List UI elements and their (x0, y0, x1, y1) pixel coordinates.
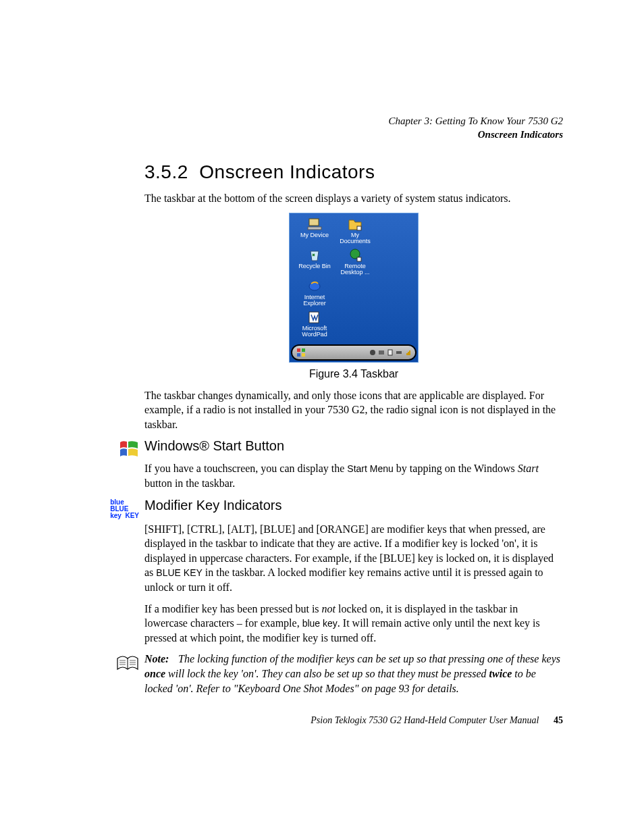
note-text: Note: The locking function of the modifi… (144, 652, 563, 696)
taskbar-oval (291, 344, 417, 361)
figure-caption: Figure 3.4 Taskbar (144, 368, 563, 380)
desktop-icon-ie: Internet Explorer (295, 278, 334, 308)
modifier-p1: [SHIFT], [CTRL], [ALT], [BLUE] and [ORAN… (144, 522, 563, 595)
windows-logo-icon (115, 438, 139, 459)
page-footer: Psion Teklogix 7530 G2 Hand-Held Compute… (311, 715, 563, 726)
book-icon (115, 652, 139, 696)
page-header: Chapter 3: Getting To Know Your 7530 G2 … (115, 115, 563, 141)
note-block: Note: The locking function of the modifi… (115, 652, 563, 696)
modifier-heading: Modifier Key Indicators (144, 498, 281, 513)
tray-icon (369, 349, 376, 356)
start-menu-label: Start Menu (347, 463, 393, 474)
desktop-icon-wordpad: Microsoft WordPad (295, 309, 334, 339)
svg-rect-13 (396, 351, 402, 354)
para-taskbar-dynamic: The taskbar changes dynamically, and onl… (144, 388, 563, 432)
svg-rect-9 (302, 353, 305, 357)
desktop-icon-my-documents: My Documents (336, 216, 375, 246)
desktop-icon-recycle-bin: Recycle Bin (295, 247, 334, 277)
figure-taskbar: My Device My Documents Recycle Bin Remot… (144, 213, 563, 363)
desktop-icon-remote-desktop: Remote Desktop ... (336, 247, 375, 277)
svg-point-10 (370, 350, 375, 355)
windows-start-text: If you have a touchscreen, you can displ… (144, 461, 563, 490)
windows-logo-icon (296, 348, 306, 357)
section-title: Onscreen Indicators (199, 161, 375, 182)
tray-icon (404, 349, 411, 356)
ce-desktop-screenshot: My Device My Documents Recycle Bin Remot… (289, 213, 419, 363)
svg-rect-1 (308, 227, 321, 230)
modifier-p2: If a modifier key has been pressed but i… (144, 602, 563, 646)
section-label: Onscreen Indicators (115, 128, 563, 142)
windows-start-heading: Windows® Start Button (144, 438, 284, 454)
blue-key-upper: BLUE KEY (156, 567, 202, 578)
section-number: 3.5.2 (144, 161, 188, 182)
intro-text: The taskbar at the bottom of the screen … (144, 191, 563, 206)
blue-key-lower: blue key (302, 618, 338, 629)
section-heading: 3.5.2 Onscreen Indicators (144, 161, 563, 183)
start-button-area (292, 346, 306, 359)
chapter-label: Chapter 3: Getting To Know Your 7530 G2 (115, 115, 563, 128)
svg-rect-8 (297, 353, 300, 357)
svg-rect-7 (302, 348, 305, 352)
svg-rect-2 (357, 226, 361, 230)
tray-icon (396, 349, 402, 356)
system-tray (369, 349, 415, 356)
page-number: 45 (554, 715, 563, 725)
svg-rect-11 (379, 350, 384, 355)
svg-rect-12 (388, 350, 392, 355)
tray-icon (378, 349, 385, 356)
modifier-key-icon: blue BLUE key KEY (115, 498, 139, 519)
footer-text: Psion Teklogix 7530 G2 Hand-Held Compute… (311, 715, 539, 725)
svg-rect-4 (357, 257, 361, 261)
svg-rect-6 (297, 348, 300, 352)
svg-rect-0 (309, 219, 319, 226)
desktop-icon-my-device: My Device (295, 216, 334, 246)
tray-icon (387, 349, 394, 356)
